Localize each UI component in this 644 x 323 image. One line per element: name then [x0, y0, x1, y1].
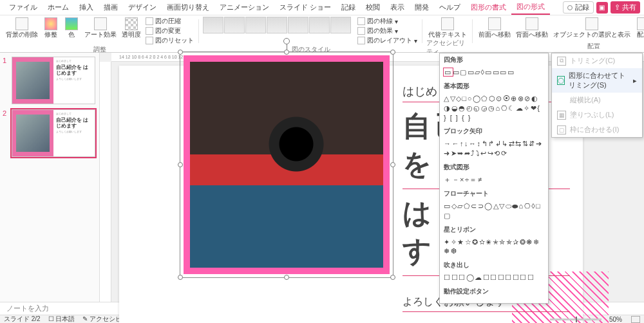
- ribbon-group-acc: 代替テキスト アクセシビリティ: [422, 15, 473, 52]
- selection-box[interactable]: [180, 51, 393, 278]
- pic-effects-button[interactable]: 図の効果 ▾: [356, 26, 419, 35]
- record-icon: [567, 5, 573, 10]
- border-icon: [357, 17, 365, 25]
- style-thumb[interactable]: [267, 17, 287, 33]
- zoom-slider[interactable]: [550, 318, 601, 320]
- reset-pic-label: 図のリセット: [155, 36, 194, 45]
- fit-window-button[interactable]: [631, 316, 640, 323]
- slide-thumb-1[interactable]: 1 はじめまして自己紹介を はじめますよろしくお願いします: [3, 57, 97, 104]
- thumbnail-pane[interactable]: 1 はじめまして自己紹介を はじめますよろしくお願いします 2 はじめまして自己…: [0, 53, 100, 302]
- crop-fit-label: 枠に合わせる(I): [570, 125, 619, 134]
- change-pic-button[interactable]: 図の変更: [144, 26, 195, 35]
- crop-icon: ⧉: [557, 57, 566, 66]
- alt-text-button[interactable]: 代替テキスト: [426, 17, 469, 39]
- shape-gallery-popup[interactable]: 四角形 ▭▭▢▭▱◊▭▭▭▭ 基本図形 △▽◇□○◯⬠⬡⊙⦿⊕⊗⊘◐◑◒◓◴◵◶…: [439, 53, 549, 304]
- styles-small: 図の枠線 ▾ 図の効果 ▾ 図のレイアウト ▾: [356, 17, 419, 45]
- menu-bar: ファイル ホーム 挿入 描画 デザイン 画面切り替え アニメーション スライド …: [0, 0, 644, 15]
- change-pic-icon: [146, 27, 153, 35]
- art-effects-button[interactable]: アート効果: [82, 17, 118, 39]
- compress-label: 図の圧縮: [155, 17, 181, 26]
- style-thumb[interactable]: [245, 17, 266, 33]
- corrections-button[interactable]: 修整: [41, 17, 61, 39]
- crop-menu-aspect[interactable]: 縦横比(A): [552, 93, 642, 107]
- resize-handle-w[interactable]: [178, 162, 183, 167]
- menu-shape-format[interactable]: 図形の書式: [466, 1, 511, 14]
- resize-handle-e[interactable]: [390, 162, 395, 167]
- resize-handle-n[interactable]: [284, 50, 289, 55]
- shape-row-stars[interactable]: ✦✧★☆✪✫✬✭✮✯✰❂❋❄❅❆: [440, 236, 548, 259]
- zoom-value[interactable]: 50%: [609, 316, 622, 323]
- layout-icon: [357, 37, 365, 44]
- chevron-right-icon: ▸: [633, 77, 637, 85]
- shape-row-basic[interactable]: △▽◇□○◯⬠⬡⊙⦿⊕⊗⊘◐◑◒◓◴◵◶◷⌂⎔☾☁✧❤{ } [ ] { }: [440, 93, 548, 125]
- border-label: 図の枠線: [367, 17, 393, 26]
- color-icon: [65, 17, 78, 30]
- resize-handle-s[interactable]: [284, 275, 289, 280]
- status-lang[interactable]: ☐ 日本語: [48, 315, 75, 323]
- bring-forward-icon: [488, 17, 501, 30]
- crop-menu[interactable]: ⧉トリミング(C) ◯図形に合わせてトリミング(S)▸ 縦横比(A) ▦塗りつぶ…: [551, 53, 643, 138]
- resize-handle-ne[interactable]: [390, 50, 395, 55]
- pic-layout-button[interactable]: 図のレイアウト ▾: [356, 36, 419, 45]
- crop-menu-fill[interactable]: ▦塗りつぶし(L): [552, 107, 642, 122]
- align-button[interactable]: 配置: [634, 17, 644, 39]
- rotate-handle[interactable]: [283, 38, 290, 44]
- menu-anim[interactable]: アニメーション: [214, 1, 274, 14]
- menu-view[interactable]: 表示: [385, 1, 410, 14]
- align-label: 配置: [637, 31, 644, 38]
- style-thumb[interactable]: [288, 17, 308, 33]
- fill-icon: ▦: [557, 111, 566, 120]
- crop-menu-to-shape[interactable]: ◯図形に合わせてトリミング(S)▸: [552, 68, 642, 93]
- selection-pane-button[interactable]: オブジェクトの選択と表示: [551, 17, 632, 39]
- style-thumb[interactable]: [224, 17, 245, 33]
- remove-bg-button[interactable]: 背景の削除: [4, 17, 40, 39]
- menu-design[interactable]: デザイン: [123, 1, 162, 14]
- thumb-number: 2: [3, 109, 9, 157]
- shape-row-rect[interactable]: ▭▭▢▭▱◊▭▭▭▭: [440, 66, 548, 80]
- pic-border-button[interactable]: 図の枠線 ▾: [356, 17, 419, 26]
- menu-slideshow[interactable]: スライド ショー: [274, 1, 336, 14]
- ribbon-group-adjust: 背景の削除 修整 色 アート効果 透明度 図の圧縮 図の変更 図のリセット 調整: [0, 15, 199, 52]
- resize-handle-se[interactable]: [390, 275, 395, 280]
- menu-insert[interactable]: 挿入: [74, 1, 99, 14]
- shape-row-arrows[interactable]: →←↑↓↔↕↰↱↲↳⇄⇆⇅⇵➔➜➤➥➦⤴⤵↩↪⟲⟳: [440, 138, 548, 161]
- menu-file[interactable]: ファイル: [4, 1, 43, 14]
- share-button[interactable]: ⇪ 共有: [611, 1, 640, 14]
- menu-review[interactable]: 校閲: [361, 1, 385, 14]
- shape-row-callouts[interactable]: ☐☐☐◯☁☐☐☐☐☐☐☐: [440, 272, 548, 285]
- transparency-button[interactable]: 透明度: [120, 17, 143, 39]
- menu-transition[interactable]: 画面切り替え: [162, 1, 214, 14]
- menu-help[interactable]: ヘルプ: [434, 1, 466, 14]
- crop-menu-fit[interactable]: ▢枠に合わせる(I): [552, 122, 642, 137]
- shape-cat-basic: 基本図形: [440, 80, 548, 93]
- color-button[interactable]: 色: [62, 17, 81, 39]
- picture-style-gallery[interactable]: [203, 17, 351, 33]
- menu-picture-format[interactable]: 図の形式: [511, 0, 550, 15]
- selection-pane-icon: [585, 17, 598, 30]
- bring-forward-button[interactable]: 前面へ移動: [477, 17, 513, 39]
- menu-draw[interactable]: 描画: [99, 1, 123, 14]
- crop-menu-crop[interactable]: ⧉トリミング(C): [552, 53, 642, 68]
- shape-row-equation[interactable]: ＋－×÷＝≠: [440, 174, 548, 187]
- thumb-preview: はじめまして自己紹介を はじめますよろしくお願いします: [12, 109, 95, 157]
- menu-record[interactable]: 記録: [336, 1, 361, 14]
- record-button[interactable]: 記録: [563, 1, 594, 14]
- compress-button[interactable]: 図の圧縮: [144, 17, 195, 26]
- menu-home[interactable]: ホーム: [43, 1, 74, 14]
- slide-thumb-2[interactable]: 2 はじめまして自己紹介を はじめますよろしくお願いします: [3, 109, 97, 157]
- reset-pic-button[interactable]: 図のリセット: [144, 36, 195, 45]
- style-thumb[interactable]: [330, 17, 351, 33]
- style-thumb[interactable]: [309, 17, 330, 33]
- ruler-vertical: [100, 62, 111, 302]
- shape-row-flowchart[interactable]: ▭◇▱⬠⊂⊃◯△▽⬭⬬⌂⎔◊□▢: [440, 200, 548, 223]
- alt-text-icon: [441, 17, 454, 30]
- send-backward-button[interactable]: 背面へ移動: [514, 17, 550, 39]
- resize-handle-sw[interactable]: [178, 275, 183, 280]
- resize-handle-nw[interactable]: [178, 50, 183, 55]
- presenter-button[interactable]: ▣: [596, 2, 608, 14]
- change-pic-label: 図の変更: [155, 26, 181, 35]
- menu-dev[interactable]: 開発: [410, 1, 434, 14]
- ribbon-group-styles: 図の枠線 ▾ 図の効果 ▾ 図のレイアウト ▾ 図のスタイル: [199, 15, 422, 52]
- thumb-number: 1: [3, 57, 9, 104]
- style-thumb[interactable]: [203, 17, 223, 33]
